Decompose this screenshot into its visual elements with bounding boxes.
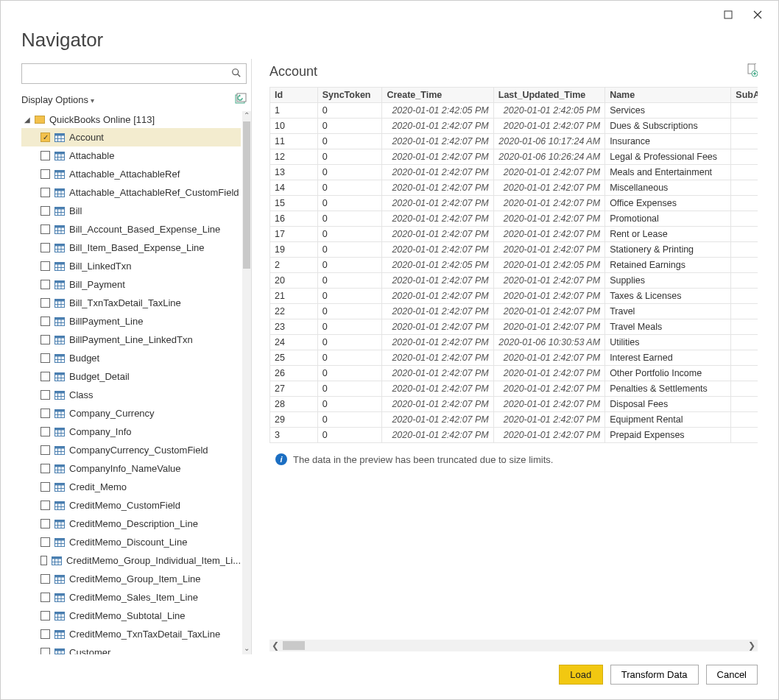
tree-item[interactable]: ✓Account [21,128,241,146]
tree-item[interactable]: Bill_Payment [21,275,241,294]
column-header[interactable]: Name [605,88,731,103]
table-row[interactable]: 1302020-01-01 2:42:07 PM2020-01-01 2:42:… [270,165,758,180]
checkbox[interactable] [40,151,50,160]
search-input[interactable] [22,68,227,79]
refresh-icon[interactable] [235,93,247,107]
checkbox[interactable] [40,427,50,436]
tree-item[interactable]: Bill [21,202,241,220]
checkbox[interactable] [40,261,50,271]
tree-item[interactable]: Customer [21,643,241,654]
checkbox[interactable] [40,390,50,400]
tree-item[interactable]: CreditMemo_Description_Line [21,515,241,533]
scroll-up-icon[interactable]: ⌃ [242,111,251,121]
tree-item[interactable]: Class [21,386,241,404]
search-icon[interactable] [227,68,246,80]
tree-item[interactable]: Bill_TxnTaxDetail_TaxLine [21,294,241,312]
checkbox[interactable] [40,464,50,473]
table-row[interactable]: 1902020-01-01 2:42:07 PM2020-01-01 2:42:… [270,242,758,258]
checkbox[interactable] [40,298,50,308]
tree-item[interactable]: CreditMemo_Discount_Line [21,533,241,551]
checkbox[interactable] [40,445,50,455]
checkbox[interactable] [40,574,50,584]
close-button[interactable] [743,4,772,25]
search-field[interactable] [21,63,247,84]
checkbox[interactable] [40,206,50,216]
table-row[interactable]: 1602020-01-01 2:42:07 PM2020-01-01 2:42:… [270,211,758,227]
checkbox[interactable] [40,353,50,363]
table-row[interactable]: 2802020-01-01 2:42:07 PM2020-01-01 2:42:… [270,397,758,412]
checkbox[interactable] [40,225,50,234]
scroll-right-icon[interactable]: ❯ [746,640,758,651]
scroll-down-icon[interactable]: ⌄ [242,644,251,654]
load-button[interactable]: Load [559,665,603,685]
tree-item[interactable]: CreditMemo_Group_Individual_Item_Li... [21,551,241,570]
tree-item[interactable]: CreditMemo_CustomField [21,496,241,515]
table-row[interactable]: 1202020-01-01 2:42:07 PM2020-01-06 10:26… [270,149,758,165]
checkbox[interactable] [40,243,50,252]
tree-item[interactable]: Company_Currency [21,404,241,423]
tree-item[interactable]: Bill_Item_Based_Expense_Line [21,238,241,257]
transform-data-button[interactable]: Transform Data [610,665,699,685]
tree-item[interactable]: Attachable [21,146,241,165]
tree-item[interactable]: Attachable_AttachableRef_CustomField [21,183,241,202]
table-row[interactable]: 1002020-01-01 2:42:07 PM2020-01-01 2:42:… [270,119,758,134]
checkbox[interactable]: ✓ [40,132,50,142]
column-header[interactable]: SubAccount [731,88,758,103]
checkbox[interactable] [40,556,47,565]
caret-down-icon[interactable]: ◢ [24,116,30,124]
table-row[interactable]: 2002020-01-01 2:42:07 PM2020-01-01 2:42:… [270,273,758,289]
display-options-dropdown[interactable]: Display Options [21,94,94,105]
checkbox[interactable] [40,648,50,654]
checkbox[interactable] [40,593,50,602]
checkbox[interactable] [40,482,50,492]
tree-vertical-scrollbar[interactable]: ⌃ ⌄ [242,111,251,654]
checkbox[interactable] [40,409,50,418]
scroll-thumb[interactable] [243,121,250,269]
checkbox[interactable] [40,537,50,547]
tree-item[interactable]: CreditMemo_TxnTaxDetail_TaxLine [21,625,241,643]
table-row[interactable]: 1502020-01-01 2:42:07 PM2020-01-01 2:42:… [270,196,758,211]
tree-item[interactable]: Credit_Memo [21,478,241,496]
scroll-left-icon[interactable]: ❮ [269,640,281,651]
column-header[interactable]: Last_Updated_Time [493,88,604,103]
cancel-button[interactable]: Cancel [706,665,758,685]
table-row[interactable]: 2202020-01-01 2:42:07 PM2020-01-01 2:42:… [270,304,758,319]
checkbox[interactable] [40,169,50,179]
maximize-button[interactable] [713,4,743,25]
table-row[interactable]: 2102020-01-01 2:42:07 PM2020-01-01 2:42:… [270,289,758,304]
table-row[interactable]: 2602020-01-01 2:42:07 PM2020-01-01 2:42:… [270,366,758,381]
table-row[interactable]: 2502020-01-01 2:42:07 PM2020-01-01 2:42:… [270,350,758,366]
table-row[interactable]: 102020-01-01 2:42:05 PM2020-01-01 2:42:0… [270,103,758,119]
tree-item[interactable]: BillPayment_Line_LinkedTxn [21,330,241,349]
tree-item[interactable]: Attachable_AttachableRef [21,165,241,183]
tree-item[interactable]: CreditMemo_Group_Item_Line [21,570,241,588]
tree-item[interactable]: CreditMemo_Subtotal_Line [21,607,241,625]
tree-item[interactable]: CompanyCurrency_CustomField [21,441,241,459]
tree-item[interactable]: CompanyInfo_NameValue [21,459,241,478]
table-row[interactable]: 2902020-01-01 2:42:07 PM2020-01-01 2:42:… [270,412,758,428]
tree-item[interactable]: Budget_Detail [21,367,241,386]
checkbox[interactable] [40,501,50,510]
table-row[interactable]: 2702020-01-01 2:42:07 PM2020-01-01 2:42:… [270,381,758,397]
preview-horizontal-scrollbar[interactable]: ❮ ❯ [269,640,758,651]
checkbox[interactable] [40,280,50,289]
hscroll-thumb[interactable] [283,641,305,650]
tree-item[interactable]: Company_Info [21,423,241,441]
tree-item[interactable]: BillPayment_Line [21,312,241,330]
tree-item[interactable]: Budget [21,349,241,367]
add-column-icon[interactable] [746,63,758,79]
checkbox[interactable] [40,629,50,639]
table-row[interactable]: 302020-01-01 2:42:07 PM2020-01-01 2:42:0… [270,428,758,443]
checkbox[interactable] [40,372,50,381]
tree-item[interactable]: Bill_LinkedTxn [21,257,241,275]
table-row[interactable]: 2302020-01-01 2:42:07 PM2020-01-01 2:42:… [270,319,758,335]
table-row[interactable]: 2402020-01-01 2:42:07 PM2020-01-06 10:30… [270,335,758,350]
table-row[interactable]: 1102020-01-01 2:42:07 PM2020-01-06 10:17… [270,134,758,149]
tree-item[interactable]: CreditMemo_Sales_Item_Line [21,588,241,607]
checkbox[interactable] [40,188,50,197]
table-row[interactable]: 1402020-01-01 2:42:07 PM2020-01-01 2:42:… [270,180,758,196]
table-row[interactable]: 202020-01-01 2:42:05 PM2020-01-01 2:42:0… [270,258,758,273]
checkbox[interactable] [40,335,50,344]
checkbox[interactable] [40,611,50,621]
column-header[interactable]: Id [270,88,318,103]
